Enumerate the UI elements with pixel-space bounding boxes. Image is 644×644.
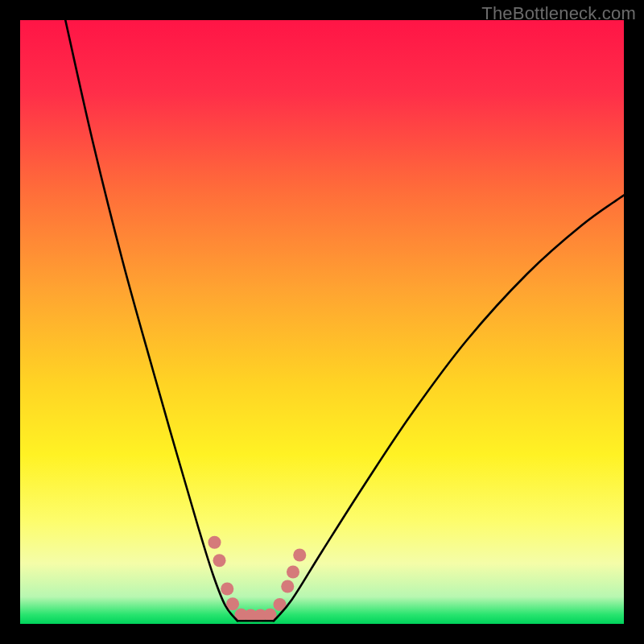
highlight-dot (281, 580, 294, 592)
highlight-dot (221, 582, 233, 595)
plot-area (20, 20, 624, 624)
marker-group (208, 536, 306, 622)
highlight-dot (213, 554, 225, 567)
watermark-text: TheBottleneck.com (481, 3, 636, 24)
highlight-dot (287, 565, 299, 578)
bottleneck-curve-left (65, 20, 237, 621)
curves-layer (20, 20, 624, 624)
highlight-dot (208, 536, 221, 549)
outer-frame: TheBottleneck.com (0, 0, 644, 644)
highlight-dot (293, 548, 306, 561)
bottleneck-curve-right (274, 196, 624, 621)
